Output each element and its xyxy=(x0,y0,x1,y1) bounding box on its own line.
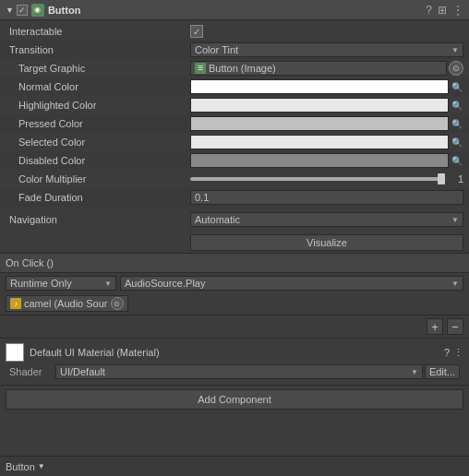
expand-icon[interactable]: ▼ xyxy=(6,6,14,15)
material-help-icon[interactable]: ? xyxy=(444,347,450,359)
disabled-color-swatch[interactable] xyxy=(190,153,449,168)
visualize-row: Visualize xyxy=(0,232,469,253)
pressed-color-label: Pressed Color xyxy=(6,118,190,129)
transition-label: Transition xyxy=(6,44,190,55)
component-title: Button xyxy=(48,5,426,16)
onclick-controls: Runtime Only AudioSource.Play xyxy=(0,273,469,293)
obj-icon: ☰ xyxy=(195,63,206,74)
component-content: Interactable Transition Color Tint Targe… xyxy=(0,20,469,456)
target-audio-icon: ♪ xyxy=(10,298,21,309)
normal-color-label: Normal Color xyxy=(6,81,190,92)
interactable-value xyxy=(190,25,463,38)
fade-duration-label: Fade Duration xyxy=(6,192,190,203)
add-component-row: Add Component xyxy=(0,385,469,413)
selected-color-value: 🔍 xyxy=(190,135,463,149)
color-multiplier-value-text: 1 xyxy=(445,173,463,184)
selected-color-eyedropper[interactable]: 🔍 xyxy=(451,136,463,149)
color-multiplier-label: Color Multiplier xyxy=(6,173,190,184)
add-component-button[interactable]: Add Component xyxy=(6,389,463,410)
runtime-dropdown[interactable]: Runtime Only xyxy=(6,276,116,291)
onclick-add-btn[interactable]: + xyxy=(427,318,443,335)
material-icons: ? ⋮ xyxy=(444,347,463,359)
component-header: ▼ ◉ Button ? ⊞ ⋮ xyxy=(0,0,469,20)
onclick-target-label: camel (Audio Sour xyxy=(24,298,108,309)
component-icon: ◉ xyxy=(31,4,44,17)
highlighted-color-swatch[interactable] xyxy=(190,98,449,113)
normal-color-row: Normal Color 🔍 xyxy=(0,77,469,96)
header-icons: ? ⊞ ⋮ xyxy=(426,4,463,17)
bottom-bar: Button xyxy=(0,456,469,476)
target-graphic-value: ☰ Button (Image) ⊙ xyxy=(190,61,463,76)
pressed-color-row: Pressed Color 🔍 xyxy=(0,114,469,133)
layout-icon[interactable]: ⊞ xyxy=(438,4,447,17)
help-icon[interactable]: ? xyxy=(426,4,432,17)
normal-color-value: 🔍 xyxy=(190,79,463,94)
inspector-panel: ▼ ◉ Button ? ⊞ ⋮ Interactable Transition… xyxy=(0,0,469,476)
target-graphic-label: Target Graphic xyxy=(6,63,190,74)
color-multiplier-slider-container: 1 xyxy=(190,173,463,184)
material-section: Default UI Material (Material) ? ⋮ Shade… xyxy=(0,338,469,385)
material-title: Default UI Material (Material) xyxy=(30,347,444,358)
color-multiplier-value: 1 xyxy=(190,173,463,184)
material-menu-icon[interactable]: ⋮ xyxy=(453,347,463,359)
onclick-target-clear-btn[interactable]: ⊙ xyxy=(111,297,124,310)
disabled-color-value: 🔍 xyxy=(190,153,463,168)
shader-dropdown[interactable]: UI/Default xyxy=(55,364,423,379)
navigation-dropdown[interactable]: Automatic xyxy=(190,212,463,227)
pressed-color-eyedropper[interactable]: 🔍 xyxy=(451,117,463,130)
disabled-color-row: Disabled Color 🔍 xyxy=(0,151,469,170)
normal-color-swatch[interactable] xyxy=(190,79,449,94)
interactable-row: Interactable xyxy=(0,22,469,41)
transition-row: Transition Color Tint xyxy=(0,41,469,59)
selected-color-swatch[interactable] xyxy=(190,135,449,149)
highlighted-color-label: Highlighted Color xyxy=(6,100,190,111)
selected-color-row: Selected Color 🔍 xyxy=(0,133,469,151)
onclick-target-row: ♪ camel (Audio Sour ⊙ xyxy=(0,293,469,315)
fade-duration-input[interactable] xyxy=(190,190,463,205)
navigation-label: Navigation xyxy=(6,214,190,225)
shader-label: Shader xyxy=(9,366,55,377)
target-graphic-row: Target Graphic ☰ Button (Image) ⊙ xyxy=(0,59,469,77)
onclick-remove-btn[interactable]: − xyxy=(447,318,463,335)
normal-color-eyedropper[interactable]: 🔍 xyxy=(451,80,463,93)
material-thumbnail xyxy=(6,343,24,362)
onclick-label: On Click () xyxy=(6,257,54,268)
interactable-checkbox[interactable] xyxy=(190,25,203,38)
pressed-color-value: 🔍 xyxy=(190,116,463,131)
onclick-section-header: On Click () xyxy=(0,253,469,273)
pressed-color-swatch[interactable] xyxy=(190,116,449,131)
transition-dropdown[interactable]: Color Tint xyxy=(190,42,463,57)
shader-edit-btn[interactable]: Edit... xyxy=(425,364,460,379)
fade-duration-row: Fade Duration xyxy=(0,188,469,207)
visualize-button[interactable]: Visualize xyxy=(190,234,463,251)
navigation-value: Automatic xyxy=(190,212,463,227)
highlighted-color-eyedropper[interactable]: 🔍 xyxy=(451,99,463,112)
menu-icon[interactable]: ⋮ xyxy=(452,4,463,17)
onclick-footer: + − xyxy=(0,315,469,338)
component-enable-toggle[interactable] xyxy=(17,5,28,16)
color-multiplier-slider-track[interactable] xyxy=(190,177,441,181)
transition-value: Color Tint xyxy=(190,42,463,57)
target-graphic-field[interactable]: ☰ Button (Image) xyxy=(190,61,447,76)
disabled-color-eyedropper[interactable]: 🔍 xyxy=(451,154,463,167)
interactable-label: Interactable xyxy=(6,26,190,37)
highlighted-color-row: Highlighted Color 🔍 xyxy=(0,96,469,114)
color-multiplier-row: Color Multiplier 1 xyxy=(0,170,469,188)
selected-color-label: Selected Color xyxy=(6,137,190,148)
material-header: Default UI Material (Material) ? ⋮ xyxy=(6,342,463,363)
bottom-button-dropdown[interactable]: Button xyxy=(6,461,45,472)
navigation-row: Navigation Automatic xyxy=(0,207,469,232)
target-graphic-select-btn[interactable]: ⊙ xyxy=(449,61,463,76)
method-dropdown[interactable]: AudioSource.Play xyxy=(120,276,463,291)
onclick-target-chip[interactable]: ♪ camel (Audio Sour ⊙ xyxy=(6,295,128,312)
shader-row: Shader UI/Default Edit... xyxy=(6,363,463,381)
highlighted-color-value: 🔍 xyxy=(190,98,463,113)
disabled-color-label: Disabled Color xyxy=(6,155,190,166)
fade-duration-value xyxy=(190,190,463,205)
